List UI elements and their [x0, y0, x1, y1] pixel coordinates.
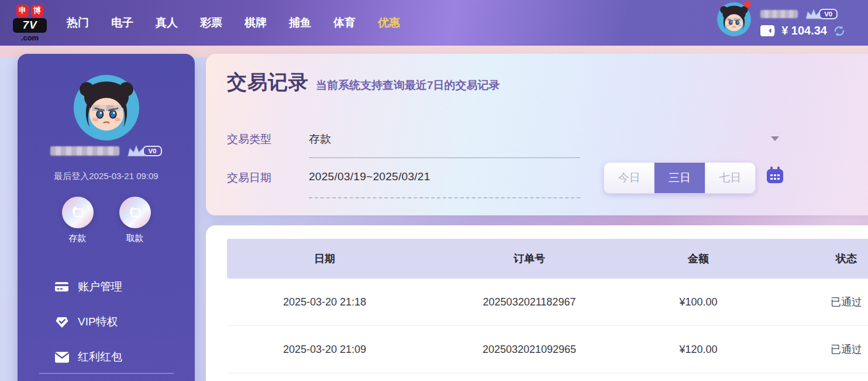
brand-logo[interactable]: 申 博 7V .com [13, 5, 47, 42]
wallet-icon [760, 25, 776, 37]
date-range-field[interactable]: 2025/03/19~2025/03/21 [309, 170, 430, 183]
records-table: 日期 订单号 金额 状态 2025-03-20 21:18 2025032021… [227, 239, 868, 373]
transaction-type-label: 交易类型 [227, 132, 271, 147]
sidebar-menu: 账户管理 VIP特权 红利红包 [18, 269, 195, 375]
deposit-label: 存款 [69, 233, 87, 244]
nav-item-live[interactable]: 真人 [156, 15, 178, 30]
withdraw-circle [119, 197, 151, 228]
deposit-card-icon [70, 204, 86, 221]
user-info: V0 ¥ 104.34 [760, 2, 846, 37]
sidebar-user-row: V0 [18, 144, 195, 158]
col-header-order: 订单号 [422, 252, 636, 266]
sidebar-item-label: 账户管理 [78, 279, 122, 294]
balance-amount: ¥ 104.34 [781, 24, 827, 37]
sidebar-item-account[interactable]: 账户管理 [18, 269, 195, 304]
red-packet-icon [55, 352, 69, 363]
deposit-button[interactable]: 存款 [62, 197, 94, 244]
date-underline [309, 197, 580, 198]
transaction-date-label: 交易日期 [227, 170, 271, 186]
page: 申 博 7V .com 热门 电子 真人 彩票 棋牌 捕鱼 体育 优惠 [0, 0, 868, 381]
sidebar-divider [39, 373, 174, 374]
col-header-date: 日期 [227, 252, 422, 266]
sidebar-item-label: 红利红包 [78, 349, 122, 365]
main-menu: 热门 电子 真人 彩票 棋牌 捕鱼 体育 优惠 [67, 15, 400, 30]
cell-amount: ¥120.00 [636, 344, 760, 356]
logo-cn-row: 申 博 [16, 5, 43, 17]
cell-amount: ¥100.00 [636, 296, 760, 308]
sidebar-avatar[interactable] [74, 75, 139, 140]
sidebar-item-label: VIP特权 [78, 314, 118, 329]
balance-row: ¥ 104.34 [760, 24, 846, 37]
withdraw-button[interactable]: 取款 [119, 197, 151, 244]
withdraw-card-icon [127, 204, 143, 221]
avatar-icon [74, 75, 139, 140]
user-avatar[interactable] [717, 2, 751, 36]
withdraw-label: 取款 [126, 233, 144, 244]
cell-order-id: 2025032021182967 [422, 296, 636, 308]
col-header-status: 状态 [760, 252, 868, 266]
table-row[interactable]: 2025-03-20 21:09 2025032021092965 ¥120.0… [227, 326, 868, 373]
filter-panel: 交易记录 当前系统支持查询最近7日的交易记录 交易类型 存款 交易日期 2025… [206, 54, 868, 215]
username-blurred [760, 10, 798, 18]
vip-level-badge[interactable]: V0 [819, 9, 838, 19]
nav-item-hot[interactable]: 热门 [67, 15, 89, 30]
nav-item-promo[interactable]: 优惠 [378, 15, 400, 30]
chevron-down-icon[interactable] [771, 136, 779, 141]
user-name-row: V0 [760, 8, 846, 20]
nav-item-cards[interactable]: 棋牌 [244, 15, 267, 30]
range-seven-days-button[interactable]: 七日 [705, 163, 755, 193]
nav-item-fishing[interactable]: 捕鱼 [289, 15, 311, 30]
cell-date: 2025-03-20 21:09 [227, 344, 422, 356]
type-underline [309, 157, 580, 158]
nav-item-slots[interactable]: 电子 [111, 15, 133, 30]
cell-order-id: 2025032021092965 [422, 344, 636, 356]
content-area: V0 最后登入2025-03-21 09:09 存款 [0, 46, 868, 381]
logo-tld-text: .com [21, 34, 39, 42]
logo-brand-text: 7V [13, 18, 47, 33]
last-login-text: 最后登入2025-03-21 09:09 [18, 171, 195, 182]
table-header-row: 日期 订单号 金额 状态 [227, 239, 868, 279]
table-row[interactable]: 2025-03-20 21:18 2025032021182967 ¥100.0… [227, 279, 868, 326]
col-header-amount: 金额 [636, 252, 760, 266]
nav-user-area: V0 ¥ 104.34 [717, 2, 846, 37]
nav-item-lottery[interactable]: 彩票 [200, 15, 222, 30]
cell-status: 已通过 [760, 342, 868, 356]
range-today-button[interactable]: 今日 [604, 163, 655, 193]
calendar-icon[interactable] [765, 165, 785, 185]
deposit-circle [62, 197, 94, 228]
logo-cn-left: 申 [16, 5, 29, 17]
cell-status: 已通过 [760, 295, 868, 309]
range-three-days-button[interactable]: 三日 [655, 163, 705, 193]
page-subtitle: 当前系统支持查询最近7日的交易记录 [316, 78, 500, 93]
refresh-icon[interactable] [833, 25, 846, 37]
nav-item-sports[interactable]: 体育 [333, 15, 356, 30]
page-title: 交易记录 [227, 69, 309, 96]
top-nav: 申 博 7V .com 热门 电子 真人 彩票 棋牌 捕鱼 体育 优惠 [0, 0, 868, 46]
cell-date: 2025-03-20 21:18 [227, 296, 422, 308]
logo-cn-right: 博 [31, 5, 43, 17]
username-blurred [50, 146, 119, 156]
bank-card-icon [55, 281, 69, 293]
quick-actions: 存款 取款 [18, 197, 195, 244]
vip-gem-icon [55, 316, 69, 328]
records-panel: 日期 订单号 金额 状态 2025-03-20 21:18 2025032021… [206, 225, 868, 381]
sidebar: V0 最后登入2025-03-21 09:09 存款 [18, 54, 195, 381]
sidebar-item-redpacket[interactable]: 红利红包 [18, 339, 195, 375]
title-row: 交易记录 当前系统支持查询最近7日的交易记录 [227, 69, 500, 96]
sidebar-item-vip[interactable]: VIP特权 [18, 304, 195, 339]
vip-level-badge[interactable]: V0 [143, 146, 161, 156]
transaction-type-select[interactable]: 存款 [309, 132, 331, 147]
date-range-group: 今日 三日 七日 [604, 162, 756, 194]
